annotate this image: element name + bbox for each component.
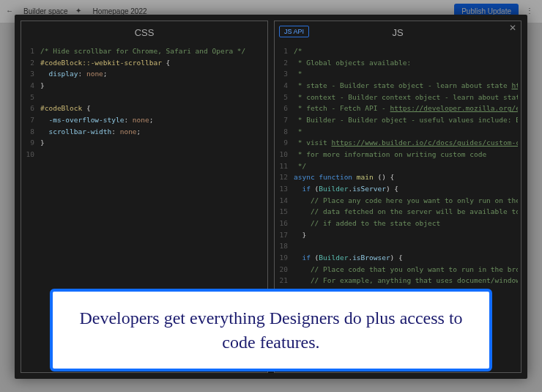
js-pane-title: JS bbox=[392, 27, 403, 38]
css-gutter: 12345678910 bbox=[24, 45, 40, 369]
css-pane-title: CSS bbox=[21, 21, 267, 45]
callout-text: Developers get everything Designers do p… bbox=[79, 308, 462, 351]
close-icon[interactable]: ✕ bbox=[508, 23, 518, 33]
callout-box: Developers get everything Designers do p… bbox=[50, 289, 492, 371]
more-icon[interactable]: ⋮ bbox=[526, 7, 536, 17]
js-api-badge[interactable]: JS API bbox=[279, 26, 309, 37]
